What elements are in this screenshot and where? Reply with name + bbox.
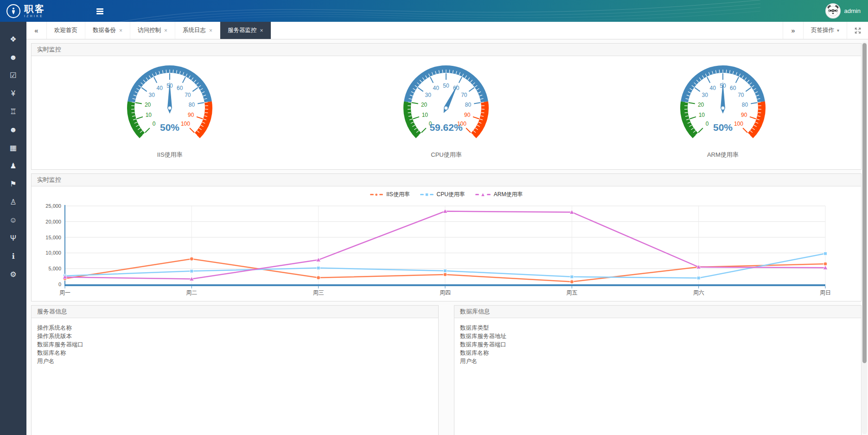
sidebar-item[interactable]: ♙ <box>0 193 26 211</box>
tab-actions-dropdown[interactable]: 页签操作 ▾ <box>803 22 847 39</box>
legend-item-IIS使用率[interactable]: ●IIS使用率 <box>370 191 410 198</box>
user-menu[interactable]: admin <box>825 0 861 22</box>
sidebar-item[interactable]: ¥ <box>0 84 26 102</box>
svg-text:90: 90 <box>188 112 194 118</box>
panel-title: 服务器信息 <box>32 306 438 318</box>
legend-label: CPU使用率 <box>437 191 465 198</box>
svg-text:20: 20 <box>698 101 704 108</box>
sidebar-item[interactable]: ▦ <box>0 139 26 157</box>
svg-text:0: 0 <box>153 121 156 127</box>
tab-label: 数据备份 <box>93 26 116 34</box>
y-tick-label: 5,000 <box>48 266 61 271</box>
sidebar-item[interactable]: ♖ <box>0 102 26 121</box>
tab-label: 服务器监控 <box>228 26 257 34</box>
app-header: 职客 IZHIKE admin <box>0 0 868 22</box>
svg-text:60: 60 <box>730 85 736 91</box>
close-icon[interactable]: × <box>164 28 167 33</box>
sidebar-item[interactable]: ⚙ <box>0 265 26 283</box>
svg-text:20: 20 <box>145 101 151 108</box>
svg-text:70: 70 <box>738 92 744 98</box>
tab-数据备份[interactable]: 数据备份× <box>85 22 130 39</box>
sidebar-item[interactable]: ☻ <box>0 121 26 139</box>
tab-系统日志[interactable]: 系统日志× <box>175 22 220 39</box>
gauge-title: IIS使用率 <box>157 151 183 159</box>
sidebar-item[interactable]: ☑ <box>0 66 26 84</box>
tabs-scroll-left-icon[interactable]: « <box>26 22 47 39</box>
gauge-row: 010203040506070809010050%IIS使用率010203040… <box>32 56 861 170</box>
street-view-icon: ♟ <box>10 161 16 170</box>
trophy-icon: Ψ <box>10 234 16 243</box>
x-tick-label: 周日 <box>820 289 831 296</box>
cubes-icon: ❖ <box>10 35 16 44</box>
legend-marker-icon: ■ <box>425 192 428 197</box>
tab-访问控制[interactable]: 访问控制× <box>130 22 175 39</box>
gauge-IIS使用率: 010203040506070809010050%IIS使用率 <box>32 56 308 170</box>
svg-text:30: 30 <box>702 92 708 98</box>
sidebar-toggle-icon[interactable] <box>96 6 106 16</box>
tab-欢迎首页[interactable]: 欢迎首页 <box>47 22 85 39</box>
user-group-icon: ☻ <box>9 53 17 62</box>
header-wave-decoration <box>111 0 760 22</box>
svg-text:50: 50 <box>443 83 450 89</box>
svg-text:40: 40 <box>433 85 440 91</box>
info-item: 数据库类型 <box>460 324 861 332</box>
info-item: 用户名 <box>460 357 861 365</box>
y-tick-label: 15,000 <box>45 235 61 240</box>
avatar <box>825 3 841 19</box>
info-row: 服务器信息 操作系统名称操作系统版本数据库服务器端口数据库名称用户名 数据库信息… <box>31 305 862 435</box>
svg-text:10: 10 <box>146 112 152 118</box>
tab-actions-label: 页签操作 <box>811 26 834 34</box>
tabs-scroll-right-icon[interactable]: » <box>783 22 803 39</box>
scrollbar-thumb[interactable] <box>862 43 867 363</box>
brand-name: 职客 <box>24 4 45 13</box>
username: admin <box>844 7 861 14</box>
chevron-down-icon: ▾ <box>837 28 839 33</box>
legend-label: ARM使用率 <box>494 191 523 198</box>
sidebar-item[interactable]: ⚑ <box>0 175 26 193</box>
brand-subname: IZHIKE <box>24 15 45 18</box>
brand-logo[interactable]: 职客 IZHIKE <box>6 0 45 22</box>
tabbar: « 欢迎首页数据备份×访问控制×系统日志×服务器监控× » 页签操作 ▾ <box>26 22 868 39</box>
svg-text:40: 40 <box>157 85 163 91</box>
close-icon[interactable]: × <box>260 28 263 33</box>
svg-text:80: 80 <box>465 101 472 108</box>
sidebar-item[interactable]: ☻ <box>0 48 26 66</box>
legend-dash <box>420 194 424 195</box>
info-item: 操作系统版本 <box>37 332 438 340</box>
tab-label: 系统日志 <box>183 26 206 34</box>
graduation-cap-icon: ⚑ <box>10 179 16 188</box>
database-info-list: 数据库类型数据库服务器地址数据库服务器端口数据库名称用户名 <box>454 318 861 365</box>
close-icon[interactable]: × <box>209 28 212 33</box>
close-icon[interactable]: × <box>119 28 122 33</box>
briefcase-icon: ▦ <box>10 143 17 152</box>
x-tick-label: 周五 <box>566 289 577 296</box>
sidebar-item[interactable]: ☺ <box>0 211 26 229</box>
brand-logo-icon <box>6 4 20 18</box>
panel-title: 数据库信息 <box>454 306 861 318</box>
legend-item-ARM使用率[interactable]: ▲ARM使用率 <box>475 191 523 198</box>
svg-text:100: 100 <box>181 121 190 127</box>
x-tick-label: 周一 <box>59 289 70 296</box>
legend-dash <box>487 194 491 195</box>
svg-text:0: 0 <box>706 121 709 127</box>
y-tick-label: 25,000 <box>45 203 61 209</box>
sidebar-item[interactable]: ℹ <box>0 247 26 265</box>
tab-strip: 欢迎首页数据备份×访问控制×系统日志×服务器监控× <box>47 22 783 39</box>
sidebar-item[interactable]: ❖ <box>0 30 26 48</box>
info-item: 用户名 <box>37 357 438 365</box>
tab-服务器监控[interactable]: 服务器监控× <box>220 22 271 39</box>
gauge-value: 50% <box>160 122 179 133</box>
fullscreen-icon[interactable] <box>847 22 868 39</box>
panel-title: 实时监控 <box>32 44 861 56</box>
legend-item-CPU使用率[interactable]: ■CPU使用率 <box>420 191 465 198</box>
x-tick-label: 周六 <box>693 289 704 296</box>
scrollbar[interactable] <box>862 42 867 434</box>
line-chart: 05,00010,00015,00020,00025,000周一周二周三周四周五… <box>32 202 851 301</box>
sidebar-item[interactable]: Ψ <box>0 229 26 247</box>
gauge-value: 59.62% <box>430 122 463 133</box>
svg-text:40: 40 <box>709 85 716 91</box>
server-info-list: 操作系统名称操作系统版本数据库服务器端口数据库名称用户名 <box>32 318 438 365</box>
sidebar-item[interactable]: ♟ <box>0 157 26 175</box>
gauge-value: 50% <box>713 122 733 133</box>
server-info-panel: 服务器信息 操作系统名称操作系统版本数据库服务器端口数据库名称用户名 <box>31 305 439 435</box>
